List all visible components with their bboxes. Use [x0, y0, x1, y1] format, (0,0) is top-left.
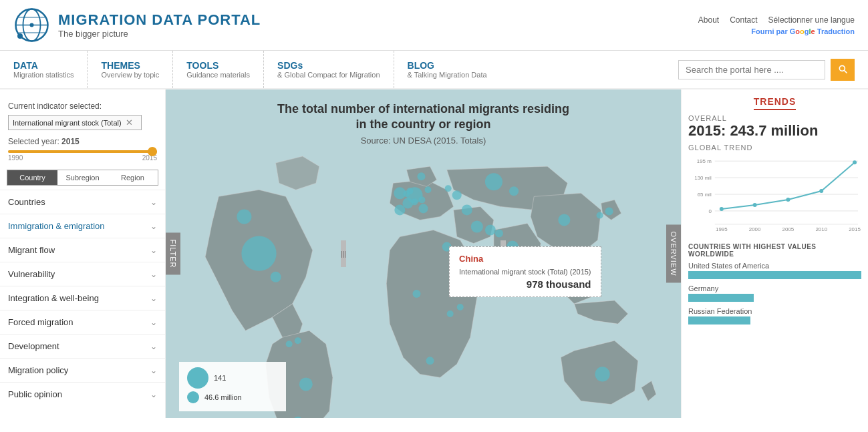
main-content: Current indicator selected: Internationa… — [0, 89, 868, 418]
indicator-tag[interactable]: International migrant stock (Total) ✕ — [8, 115, 142, 130]
overall-value: 2015: 243.7 million — [688, 122, 861, 140]
nav-data[interactable]: DATA Migration statistics — [13, 51, 88, 88]
search-button[interactable] — [831, 59, 855, 81]
chevron-down-icon: ⌄ — [150, 390, 157, 399]
sidebar-item-immigration[interactable]: Immigration & emigration ⌄ — [0, 214, 165, 238]
right-panel: TRENDS OVERALL 2015: 243.7 million GLOBA… — [681, 89, 868, 418]
sidebar-item-vulnerability[interactable]: Vulnerability ⌄ — [0, 262, 165, 286]
nav-blog[interactable]: BLOG & Talking Migration Data — [408, 51, 500, 88]
sidebar-item-migrant-flow[interactable]: Migrant flow ⌄ — [0, 238, 165, 262]
indicator-label: Current indicator selected: — [8, 101, 157, 111]
svg-point-36 — [605, 207, 613, 215]
logo-text: MIGRATION DATA PORTAL The bigger picture — [58, 11, 261, 39]
google-brand: Google — [790, 27, 817, 35]
bar-germany — [688, 294, 754, 302]
sidebar-item-integration[interactable]: Integration & well-being ⌄ — [0, 286, 165, 310]
legend-circle-small — [187, 391, 199, 403]
search-input[interactable] — [678, 60, 825, 79]
view-subregion-button[interactable]: Subregion — [57, 170, 108, 185]
map-title: The total number of international migran… — [166, 101, 681, 146]
overview-tab[interactable]: OVERVIEW — [666, 224, 681, 282]
tooltip-value: 978 thousand — [459, 278, 591, 290]
tooltip-country: China — [459, 254, 591, 264]
svg-point-34 — [295, 337, 301, 344]
svg-point-37 — [597, 212, 603, 218]
chevron-down-icon: ⌄ — [150, 246, 157, 255]
trend-chart-svg: 195 m 130 mil 65 mil 0 1995 2000 2005 20… — [688, 154, 861, 234]
view-country-button[interactable]: Country — [7, 170, 57, 185]
svg-point-42 — [411, 198, 418, 205]
svg-point-6 — [30, 23, 34, 27]
chevron-down-icon: ⌄ — [150, 198, 157, 207]
year-label: Selected year: 2015 — [8, 137, 157, 146]
translate-prefix: Fourni par — [751, 27, 787, 35]
svg-point-17 — [485, 173, 502, 190]
chevron-down-icon: ⌄ — [150, 366, 157, 375]
trends-title: TRENDS — [754, 96, 797, 110]
chevron-down-icon: ⌄ — [150, 270, 157, 279]
site-subtitle: The bigger picture — [58, 29, 261, 39]
chevron-down-icon: ⌄ — [150, 318, 157, 327]
sidebar-item-development[interactable]: Development ⌄ — [0, 334, 165, 358]
svg-text:2010: 2010 — [815, 226, 827, 232]
slider-fill — [8, 150, 157, 153]
bar-item-russia: Russian Federation — [688, 307, 861, 325]
year-min: 1990 — [8, 154, 23, 162]
sidebar-item-migration-policy[interactable]: Migration policy ⌄ — [0, 358, 165, 382]
view-region-button[interactable]: Region — [108, 170, 158, 185]
year-section: Selected year: 2015 1990 2015 — [0, 133, 165, 166]
svg-text:1995: 1995 — [716, 226, 728, 232]
sidebar-item-countries[interactable]: Countries ⌄ — [0, 190, 165, 214]
legend-item-2: 46.6 million — [187, 391, 278, 403]
sidebar-item-public-opinion[interactable]: Public opinion ⌄ — [0, 382, 165, 406]
svg-point-18 — [452, 190, 462, 200]
map-area[interactable]: The total number of international migran… — [166, 89, 681, 418]
legend-label-2: 46.6 million — [204, 393, 242, 401]
nav-themes[interactable]: THEMES Overview by topic — [101, 51, 173, 88]
chevron-down-icon: ⌄ — [150, 222, 157, 231]
chevron-down-icon: ⌄ — [150, 294, 157, 303]
sidebar-item-label: Vulnerability — [8, 269, 55, 279]
year-slider-track[interactable] — [8, 150, 157, 153]
map-tooltip: China International migrant stock (Total… — [449, 246, 601, 297]
svg-point-21 — [485, 224, 496, 235]
remove-indicator-button[interactable]: ✕ — [126, 118, 133, 128]
svg-point-63 — [853, 160, 857, 164]
sidebar-item-label: Migration policy — [8, 365, 68, 375]
translate-word: Traduction — [817, 27, 855, 35]
map-source: Source: UN DESA (2015. Totals) — [166, 136, 681, 146]
svg-point-60 — [753, 203, 757, 207]
nav-sdgs[interactable]: SDGs & Global Compact for Migration — [277, 51, 394, 88]
slider-thumb[interactable] — [148, 147, 157, 156]
svg-point-28 — [426, 357, 434, 365]
logo-icon — [13, 7, 50, 43]
sidebar-item-forced-migration[interactable]: Forced migration ⌄ — [0, 310, 165, 334]
svg-point-32 — [457, 304, 464, 310]
left-panel-handle[interactable]: ||| — [341, 240, 346, 267]
svg-point-24 — [558, 214, 570, 226]
about-link[interactable]: About — [698, 15, 719, 25]
countries-highest-label: COUNTRIES WITH HIGHEST VALUES WORLDWIDE — [688, 243, 861, 258]
svg-text:130 mil: 130 mil — [694, 175, 712, 181]
indicator-tag-text: International migrant stock (Total) — [13, 119, 122, 127]
svg-text:65 mil: 65 mil — [698, 192, 712, 198]
nav-tools[interactable]: TOOLS Guidance materials — [186, 51, 264, 88]
search-icon — [837, 63, 848, 74]
contact-link[interactable]: Contact — [730, 15, 757, 25]
overall-section: OVERALL 2015: 243.7 million — [688, 114, 861, 140]
svg-point-14 — [418, 204, 428, 213]
sidebar-item-label: Countries — [8, 197, 45, 207]
map-bubble-usa[interactable] — [241, 236, 276, 271]
top-links: About Contact Sélectionner une langue — [698, 15, 855, 25]
bar-usa — [688, 271, 861, 279]
site-title: MIGRATION DATA PORTAL — [58, 11, 261, 29]
view-toggle: Country Subregion Region — [7, 170, 158, 186]
filter-tab[interactable]: FILTER — [166, 232, 180, 274]
sidebar-item-label: Migrant flow — [8, 245, 55, 255]
sidebar-item-label: Public opinion — [8, 389, 62, 399]
sidebar-item-label: Immigration & emigration — [8, 221, 105, 231]
svg-point-38 — [509, 186, 519, 196]
map-title-line1: The total number of international migran… — [166, 101, 681, 133]
language-link[interactable]: Sélectionner une langue — [768, 15, 855, 25]
bar-country-name: Russian Federation — [688, 307, 861, 315]
